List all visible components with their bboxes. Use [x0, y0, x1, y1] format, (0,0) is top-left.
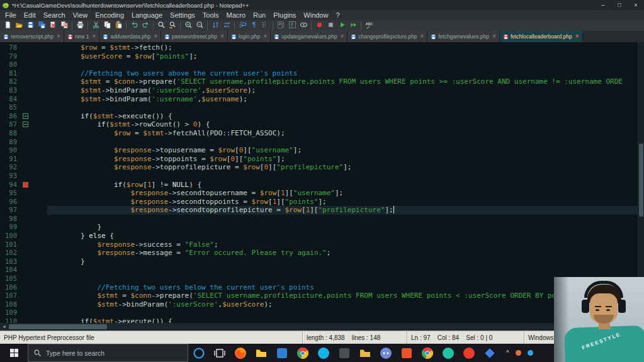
menu-item-window[interactable]: Window — [300, 10, 332, 20]
code-line-93[interactable]: 93 — [0, 172, 638, 181]
taskbar-app-task-view[interactable] — [209, 344, 230, 362]
line-number[interactable]: 101 — [0, 240, 19, 249]
taskbar-search[interactable]: Type here to search — [28, 344, 188, 362]
tab-close-icon[interactable]: × — [575, 34, 579, 39]
line-number[interactable]: 96 — [0, 198, 19, 206]
code-line-106[interactable]: 106 //Fetching two users below the curre… — [0, 283, 638, 292]
code-line-105[interactable]: 105 — [0, 274, 638, 283]
taskbar-app-teal-app-1[interactable] — [313, 344, 334, 362]
line-number[interactable]: 94 — [0, 181, 19, 189]
save-button[interactable] — [25, 21, 36, 31]
code-line-99[interactable]: 99 } — [0, 223, 638, 232]
tab-changeprofilepicture-php[interactable]: changeprofilepicture.php× — [347, 31, 427, 42]
sync-vertical-button[interactable] — [210, 21, 221, 31]
code-line-102[interactable]: 102 $response->message = "Error occured.… — [0, 249, 638, 257]
menu-item-plugins[interactable]: Plugins — [269, 10, 300, 20]
line-number[interactable]: 107 — [0, 291, 19, 300]
tab-close-icon[interactable]: × — [263, 34, 267, 39]
vertical-scrollbar-thumb[interactable] — [639, 144, 643, 217]
taskbar-app-chrome-2[interactable] — [417, 344, 438, 362]
code-line-94[interactable]: 94 if($row[1] != NULL) { — [0, 181, 638, 189]
code-line-100[interactable]: 100 } else { — [0, 232, 638, 240]
code-line-86[interactable]: 86− if($stmt->execute()) { — [0, 112, 638, 121]
tab-close-icon[interactable]: × — [57, 34, 60, 39]
taskbar-app-dark-app-1[interactable] — [334, 344, 354, 362]
line-number[interactable]: 86 — [0, 112, 19, 121]
code-line-104[interactable]: 104 — [0, 266, 638, 274]
line-number[interactable]: 79 — [0, 52, 19, 61]
line-number[interactable]: 83 — [0, 86, 19, 95]
taskbar-app-red-app[interactable] — [458, 344, 479, 362]
line-number[interactable]: 80 — [0, 60, 19, 69]
code-line-80[interactable]: 80 — [0, 60, 638, 69]
document-map-button[interactable] — [275, 21, 286, 31]
code-line-90[interactable]: 90 $response->topusername = $row[0]["use… — [0, 146, 638, 155]
line-number[interactable]: 100 — [0, 232, 19, 240]
code-line-107[interactable]: 107 $stmt = $conn->prepare('SELECT usern… — [0, 291, 638, 300]
code-line-101[interactable]: 101 $response->success = "False"; — [0, 240, 638, 249]
copy-button[interactable] — [101, 21, 113, 31]
line-number[interactable]: 110 — [0, 317, 19, 323]
line-number[interactable]: 99 — [0, 223, 19, 232]
code-line-82[interactable]: 82 $stmt = $conn->prepare('SELECT userna… — [0, 77, 638, 86]
cut-button[interactable] — [90, 21, 101, 31]
menu-item-search[interactable]: Search — [40, 10, 69, 20]
line-number[interactable]: 91 — [0, 155, 19, 164]
code-line-92[interactable]: 92 $response->topprofilepicture = $row[0… — [0, 163, 638, 172]
start-button[interactable] — [0, 344, 28, 362]
menu-item-settings[interactable]: Settings — [166, 10, 199, 20]
code-line-109[interactable]: 109 — [0, 308, 638, 317]
tab-updategamevalues-php[interactable]: updategamevalues.php× — [271, 31, 347, 42]
open-file-button[interactable] — [13, 21, 25, 31]
fold-marker-icon[interactable]: − — [23, 113, 28, 119]
line-number[interactable]: 88 — [0, 129, 19, 138]
menu-item-encoding[interactable]: Encoding — [91, 10, 128, 20]
line-number[interactable]: 89 — [0, 138, 19, 147]
tab-fetchgamevalues-php[interactable]: fetchgamevalues.php× — [427, 31, 500, 42]
line-number[interactable]: 85 — [0, 103, 19, 112]
horizontal-scroll-track[interactable] — [8, 323, 630, 331]
code-line-103[interactable]: 103 } — [0, 257, 638, 266]
maximize-button[interactable]: □ — [611, 0, 628, 10]
code-line-98[interactable]: 98 — [0, 215, 638, 223]
line-number[interactable]: 78 — [0, 43, 19, 52]
code-line-95[interactable]: 95 $response->secondtopusername = $row[1… — [0, 189, 638, 198]
code-line-110[interactable]: 110 if($stmt->execute()) { — [0, 317, 638, 323]
replace-button[interactable] — [167, 21, 178, 31]
macro-stop-button[interactable] — [325, 21, 336, 31]
tab-removerscript-php[interactable]: removerscript.php× — [0, 31, 64, 42]
line-number[interactable]: 95 — [0, 189, 19, 198]
tab-close-icon[interactable]: × — [420, 34, 424, 39]
fold-marker-icon[interactable]: − — [23, 122, 28, 127]
taskbar-app-cortana[interactable] — [188, 344, 209, 362]
undo-button[interactable] — [128, 21, 140, 31]
code-line-83[interactable]: 83 $stmt->bindParam(':userScore',$userSc… — [0, 86, 638, 95]
paste-button[interactable] — [113, 21, 124, 31]
line-number[interactable]: 82 — [0, 77, 19, 86]
indent-guide-button[interactable] — [259, 21, 271, 31]
hidden-icons-chevron-icon[interactable]: ^ — [506, 349, 509, 356]
code-line-85[interactable]: 85 — [0, 103, 638, 112]
tab-new-1[interactable]: new 1× — [64, 31, 100, 42]
code-line-79[interactable]: 79 $userScore = $row["points"]; — [0, 52, 638, 61]
code-line-88[interactable]: 88 $row = $stmt->fetchAll(PDO::FETCH_ASS… — [0, 129, 638, 138]
line-number[interactable]: 108 — [0, 300, 19, 309]
taskbar-app-chrome[interactable] — [292, 344, 313, 362]
macro-playback-button[interactable] — [336, 21, 347, 31]
close-button[interactable]: × — [628, 0, 644, 10]
close-button[interactable] — [47, 21, 59, 31]
scroll-left-arrow-icon[interactable]: ◄ — [0, 323, 8, 331]
menu-item-language[interactable]: Language — [128, 10, 166, 20]
tab-adduserdata-php[interactable]: adduserdata.php× — [99, 31, 161, 42]
tab-close-icon[interactable]: × — [220, 34, 224, 39]
taskbar-app-orange-app[interactable] — [396, 344, 417, 362]
line-number[interactable]: 81 — [0, 69, 19, 78]
line-number[interactable]: 87 — [0, 120, 19, 129]
taskbar-app-discord[interactable] — [375, 344, 396, 362]
menu-item-edit[interactable]: Edit — [20, 10, 40, 20]
close-all-button[interactable] — [59, 21, 70, 31]
code-line-91[interactable]: 91 $response->toppoints = $row[0]["point… — [0, 155, 638, 164]
line-number[interactable]: 93 — [0, 172, 19, 181]
zoom-in-button[interactable] — [183, 21, 194, 31]
line-number[interactable]: 109 — [0, 308, 19, 317]
